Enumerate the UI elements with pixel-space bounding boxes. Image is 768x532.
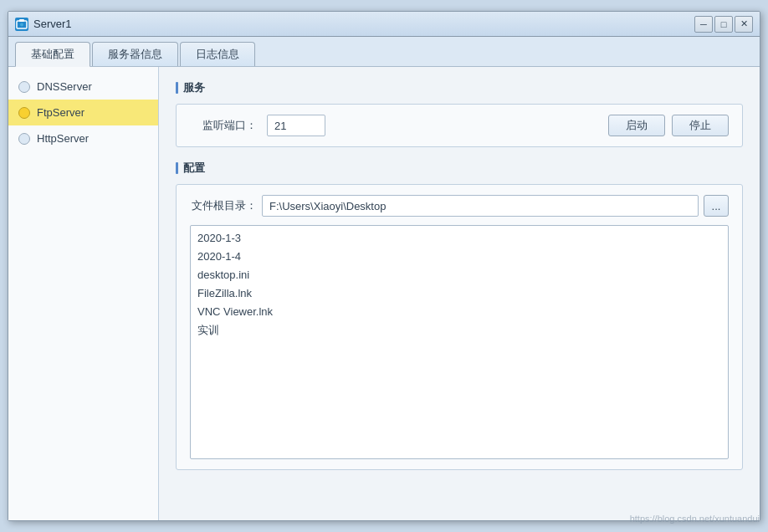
config-title: 配置 [183, 161, 205, 176]
start-button[interactable]: 启动 [608, 115, 665, 136]
service-title: 服务 [183, 80, 205, 95]
maximize-button[interactable]: □ [714, 16, 733, 33]
sidebar-item-dns[interactable]: DNSServer [8, 74, 158, 100]
file-item-3: FileZilla.lnk [197, 284, 721, 303]
path-row: 文件根目录： ... [190, 195, 729, 217]
service-section: 服务 监听端口： 启动 停止 [176, 80, 743, 147]
content-area: DNSServer FtpServer HttpServer 服务 监听端口： [8, 67, 760, 520]
config-section-box: 文件根目录： ... 2020-1-3 2020-1-4 desktop.ini… [176, 184, 743, 470]
ftp-label: FtpServer [37, 106, 84, 119]
port-input[interactable] [267, 115, 325, 136]
main-window: Server1 ─ □ ✕ 基础配置 服务器信息 日志信息 DNSServer … [8, 11, 760, 521]
file-item-4: VNC Viewer.lnk [197, 303, 721, 321]
tab-server-info[interactable]: 服务器信息 [92, 42, 178, 66]
window-controls: ─ □ ✕ [694, 16, 753, 33]
tab-basic-config[interactable]: 基础配置 [15, 42, 90, 67]
stop-button[interactable]: 停止 [672, 115, 729, 136]
sidebar-item-http[interactable]: HttpServer [8, 125, 158, 151]
port-row: 监听端口： 启动 停止 [190, 115, 729, 136]
browse-button[interactable]: ... [704, 195, 729, 217]
config-section: 配置 文件根目录： ... 2020-1-3 2020-1-4 desktop.… [176, 161, 743, 470]
title-bar: Server1 ─ □ ✕ [8, 12, 760, 37]
window-title: Server1 [33, 18, 694, 30]
close-button[interactable]: ✕ [735, 16, 753, 33]
service-section-box: 监听端口： 启动 停止 [176, 104, 743, 147]
file-item-1: 2020-1-4 [197, 248, 721, 266]
port-label: 监听端口： [190, 118, 257, 133]
app-icon [15, 18, 28, 31]
service-buttons: 启动 停止 [608, 115, 729, 136]
path-input[interactable] [262, 195, 699, 217]
watermark: https://blog.csdn.net/xuntuandui [630, 514, 760, 524]
http-dot [18, 133, 30, 145]
file-list[interactable]: 2020-1-3 2020-1-4 desktop.ini FileZilla.… [190, 225, 729, 459]
svg-point-2 [20, 23, 23, 26]
ftp-dot [18, 107, 30, 119]
file-item-5: 实训 [197, 321, 721, 340]
dns-dot [18, 81, 30, 93]
file-item-2: desktop.ini [197, 266, 721, 284]
sidebar-item-ftp[interactable]: FtpServer [8, 100, 158, 125]
tab-bar: 基础配置 服务器信息 日志信息 [8, 37, 760, 67]
config-section-header: 配置 [176, 161, 743, 176]
path-label: 文件根目录： [190, 198, 257, 213]
main-panel: 服务 监听端口： 启动 停止 配置 [159, 67, 760, 520]
tab-log-info[interactable]: 日志信息 [180, 42, 255, 66]
http-label: HttpServer [37, 132, 89, 145]
svg-rect-1 [19, 19, 24, 22]
minimize-button[interactable]: ─ [694, 16, 713, 33]
file-item-0: 2020-1-3 [197, 229, 721, 248]
service-section-header: 服务 [176, 80, 743, 95]
sidebar: DNSServer FtpServer HttpServer [8, 67, 159, 520]
dns-label: DNSServer [37, 80, 92, 93]
